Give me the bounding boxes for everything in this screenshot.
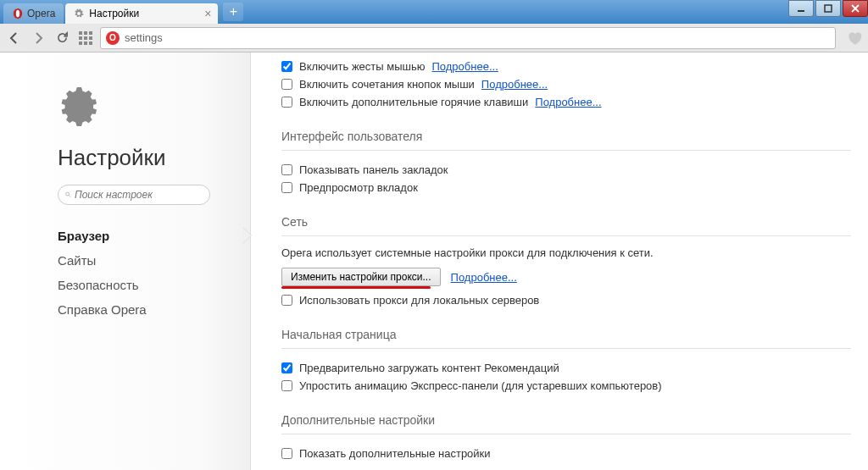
label-show-advanced: Показать дополнительные настройки — [299, 447, 491, 460]
sidebar-item-websites[interactable]: Сайты — [58, 248, 226, 273]
maximize-button[interactable] — [815, 0, 841, 17]
opera-tab-label: Opera — [27, 8, 55, 19]
gear-large-icon — [58, 86, 98, 127]
opera-logo-icon — [12, 8, 24, 19]
sidebar-item-help[interactable]: Справка Opera — [58, 297, 226, 322]
close-window-button[interactable] — [843, 0, 868, 17]
opera-badge-icon: O — [106, 31, 120, 45]
link-mouse-gestures-more[interactable]: Подробнее... — [432, 60, 498, 73]
checkbox-hotkeys[interactable] — [281, 97, 292, 108]
search-icon — [65, 190, 71, 200]
window-controls — [787, 0, 868, 17]
label-proxy-local: Использовать прокси для локальных сервер… — [299, 294, 539, 307]
label-tab-preview: Предпросмотр вкладок — [299, 181, 418, 194]
checkbox-proxy-local[interactable] — [281, 295, 292, 306]
settings-search[interactable] — [58, 185, 210, 205]
section-startpage-header: Начальная страница — [281, 328, 851, 349]
checkbox-show-advanced[interactable] — [281, 448, 292, 459]
opera-menu-tab[interactable]: Opera — [3, 3, 64, 24]
settings-main: Включить жесты мышью Подробнее... Включи… — [251, 53, 868, 470]
network-description: Opera использует системные настройки про… — [281, 246, 851, 259]
svg-point-4 — [66, 192, 70, 196]
settings-search-input[interactable] — [75, 189, 203, 201]
new-tab-button[interactable]: + — [223, 3, 243, 21]
reload-button[interactable] — [53, 29, 71, 47]
minimize-button[interactable] — [788, 0, 814, 17]
settings-sidebar: Настройки Браузер Сайты Безопасность Спр… — [0, 53, 251, 470]
label-simplify-anim: Упростить анимацию Экспресс-панели (для … — [299, 379, 662, 392]
checkbox-preload[interactable] — [281, 362, 292, 373]
label-preload: Предварительно загружать контент Рекомен… — [299, 362, 559, 374]
checkbox-simplify-anim[interactable] — [281, 380, 292, 391]
link-proxy-more[interactable]: Подробнее... — [451, 271, 517, 284]
close-tab-icon[interactable]: × — [204, 7, 211, 20]
section-network-header: Сеть — [281, 215, 851, 236]
label-mouse-gestures: Включить жесты мышью — [299, 60, 426, 73]
address-input[interactable] — [125, 31, 830, 44]
label-hotkeys: Включить дополнительные горячие клавиши — [299, 96, 528, 108]
content-area: Настройки Браузер Сайты Безопасность Спр… — [0, 53, 868, 470]
section-advanced-header: Дополнительные настройки — [281, 413, 851, 434]
sidebar-nav: Браузер Сайты Безопасность Справка Opera — [58, 224, 226, 322]
tab-title: Настройки — [89, 8, 139, 19]
checkbox-bookmarks-bar[interactable] — [281, 164, 292, 175]
address-bar[interactable]: O — [100, 27, 836, 49]
browser-tab-settings[interactable]: Настройки × — [65, 3, 218, 24]
gear-icon — [74, 8, 84, 19]
change-proxy-button[interactable]: Изменить настройки прокси... — [281, 268, 441, 286]
link-rocker-more[interactable]: Подробнее... — [481, 78, 548, 91]
sidebar-title: Настройки — [58, 145, 226, 171]
speed-dial-button[interactable] — [76, 29, 95, 47]
label-bookmarks-bar: Показывать панель закладок — [299, 163, 448, 176]
link-hotkeys-more[interactable]: Подробнее... — [535, 96, 601, 108]
tab-strip: Opera Настройки × + — [0, 0, 243, 24]
checkbox-rocker[interactable] — [281, 79, 292, 90]
svg-rect-3 — [825, 5, 832, 12]
window-titlebar: Opera Настройки × + — [0, 0, 868, 24]
back-button[interactable] — [5, 29, 24, 47]
browser-toolbar: O — [0, 24, 868, 53]
svg-line-5 — [69, 196, 70, 197]
forward-button[interactable] — [29, 29, 47, 47]
label-rocker: Включить сочетания кнопок мыши — [299, 78, 475, 91]
svg-point-1 — [16, 10, 19, 18]
sidebar-item-browser[interactable]: Браузер — [58, 224, 226, 248]
checkbox-tab-preview[interactable] — [281, 182, 292, 193]
grid-icon — [77, 30, 94, 47]
section-ui-header: Интерфейс пользователя — [281, 130, 851, 151]
bookmark-heart-button[interactable] — [846, 30, 863, 47]
checkbox-mouse-gestures[interactable] — [281, 61, 292, 72]
annotation-red-underline — [281, 286, 431, 289]
sidebar-item-privacy[interactable]: Безопасность — [58, 273, 226, 297]
